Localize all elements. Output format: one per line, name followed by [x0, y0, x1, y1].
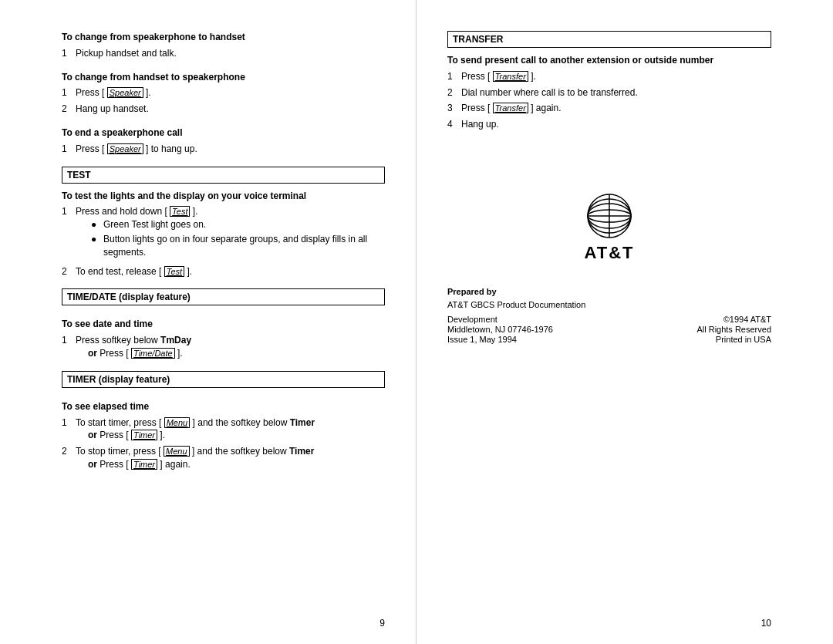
- transfer-key: Transfer: [493, 71, 528, 82]
- right-page: TRANSFER To send present call to another…: [416, 0, 833, 644]
- step-text: Press [ Speaker ] to hang up.: [76, 143, 385, 156]
- step-3: 3 Press [ Transfer ] again.: [447, 102, 771, 115]
- section-test: TEST To test the lights and the display …: [62, 167, 385, 278]
- step-1: 1 Press and hold down [ Test ]. ● Green …: [62, 205, 385, 261]
- timer-bold: Timer: [290, 417, 315, 428]
- step-text: Hang up handset.: [76, 103, 385, 116]
- bullet-text: Green Test light goes on.: [103, 218, 206, 231]
- footer-printed: Printed in USA: [613, 335, 771, 344]
- step-2: 2 To stop timer, press [ Menu ] and the …: [62, 445, 385, 471]
- att-globe-icon: [586, 193, 632, 239]
- step-text: Press [ Transfer ].: [461, 70, 771, 83]
- step-1: 1 Press softkey below TmDay or Press [ T…: [62, 334, 385, 360]
- section-end-speakerphone: To end a speakerphone call 1 Press [ Spe…: [62, 126, 385, 156]
- footer-issue: Issue 1, May 1994: [447, 335, 605, 344]
- step-4: 4 Hang up.: [447, 118, 771, 131]
- section-timer: TIMER (display feature) To see elapsed t…: [62, 371, 385, 471]
- subsection-title: To see elapsed time: [62, 400, 385, 413]
- section-transfer: TRANSFER To send present call to another…: [447, 31, 771, 131]
- step-text: Dial number where call is to be transfer…: [461, 86, 771, 99]
- footer-address: Middletown, NJ 07746-1976: [447, 325, 605, 334]
- transfer-key: Transfer: [493, 103, 528, 113]
- step-1: 1 Press [ Transfer ].: [447, 70, 771, 83]
- step-1: 1 Pickup handset and talk.: [62, 47, 385, 60]
- step-2: 2 Hang up handset.: [62, 103, 385, 116]
- test-key: Test: [164, 266, 184, 277]
- page-number: 9: [379, 618, 385, 629]
- section-title: To change from handset to speakerphone: [62, 71, 385, 84]
- prepared-by-line1: AT&T GBCS Product Documentation: [447, 299, 771, 311]
- test-header: TEST: [62, 167, 385, 184]
- or-text: or Press [ Time/Date ].: [88, 348, 183, 359]
- footer-development: Development: [447, 315, 605, 324]
- step-text: To start timer, press [ Menu ] and the s…: [76, 416, 385, 443]
- page-number: 10: [761, 618, 771, 629]
- step-text: To stop timer, press [ Menu ] and the so…: [76, 445, 385, 471]
- step-2: 2 Dial number where call is to be transf…: [447, 86, 771, 99]
- step-1: 1 Press [ Speaker ].: [62, 86, 385, 99]
- speaker-key: Speaker: [107, 143, 143, 154]
- left-page: To change from speakerphone to handset 1…: [0, 0, 416, 644]
- section-title: To change from speakerphone to handset: [62, 31, 385, 44]
- section-handset-to-speakerphone: To change from handset to speakerphone 1…: [62, 71, 385, 116]
- footer-copyright: ©1994 AT&T: [613, 315, 771, 324]
- step-text: Press softkey below TmDay or Press [ Tim…: [76, 334, 385, 360]
- speaker-key: Speaker: [107, 87, 143, 98]
- step-text: Press and hold down [ Test ]. ● Green Te…: [76, 205, 385, 261]
- menu-key: Menu: [164, 446, 190, 457]
- page: To change from speakerphone to handset 1…: [0, 0, 833, 644]
- section-time-date: TIME/DATE (display feature) To see date …: [62, 288, 385, 359]
- bullet-item: ● Button lights go on in four separate g…: [91, 233, 385, 259]
- subsection-title: To see date and time: [62, 318, 385, 331]
- bullet-list: ● Green Test light goes on. ● Button lig…: [91, 218, 385, 258]
- step-text: Press [ Transfer ] again.: [461, 102, 771, 115]
- subsection-title: To test the lights and the display on yo…: [62, 190, 385, 203]
- step-text: Pickup handset and talk.: [76, 47, 385, 60]
- step-2: 2 To end test, release [ Test ].: [62, 265, 385, 278]
- footer-rights: All Rights Reserved: [613, 325, 771, 334]
- or-text: or Press [ Timer ] again.: [88, 459, 191, 470]
- timer-bold: Timer: [289, 446, 314, 457]
- timer-key: Timer: [131, 430, 157, 440]
- section-speakerphone-to-handset: To change from speakerphone to handset 1…: [62, 31, 385, 60]
- att-brand-name: AT&T: [447, 243, 771, 263]
- footer-grid: Development ©1994 AT&T Middletown, NJ 07…: [447, 315, 771, 344]
- time-date-header: TIME/DATE (display feature): [62, 288, 385, 305]
- prepared-by-label: Prepared by: [447, 286, 771, 298]
- or-text: or Press [ Timer ].: [88, 430, 165, 440]
- prepared-by-section: Prepared by AT&T GBCS Product Documentat…: [447, 286, 771, 344]
- section-title: To end a speakerphone call: [62, 126, 385, 140]
- time-date-key: Time/Date: [131, 348, 175, 359]
- tmday-bold: TmDay: [160, 335, 191, 346]
- transfer-header: TRANSFER: [447, 31, 771, 48]
- step-text: To end test, release [ Test ].: [76, 265, 385, 278]
- step-text: Hang up.: [461, 118, 771, 131]
- subsection-title: To send present call to another extensio…: [447, 54, 771, 67]
- menu-key: Menu: [164, 417, 191, 428]
- test-key: Test: [170, 206, 190, 217]
- att-logo-container: AT&T: [447, 193, 771, 263]
- bullet-text: Button lights go on in four separate gro…: [103, 233, 385, 259]
- step-text: Press [ Speaker ].: [76, 86, 385, 99]
- step-1: 1 To start timer, press [ Menu ] and the…: [62, 416, 385, 443]
- step-1: 1 Press [ Speaker ] to hang up.: [62, 143, 385, 156]
- timer-key: Timer: [131, 459, 157, 470]
- bullet-item: ● Green Test light goes on.: [91, 218, 385, 231]
- timer-header: TIMER (display feature): [62, 371, 385, 388]
